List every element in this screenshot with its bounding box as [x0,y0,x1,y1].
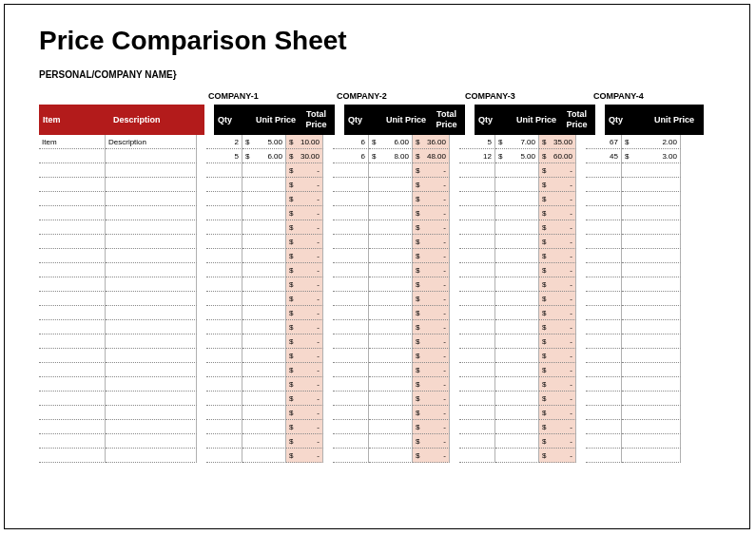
cell-total-3[interactable]: $- [539,249,576,263]
cell-qty-2[interactable]: 6 [333,149,369,163]
cell-total-3[interactable]: $- [539,277,576,292]
cell-qty-1[interactable] [206,292,242,306]
cell-unit-4[interactable] [622,392,681,406]
cell-total-2[interactable]: $- [413,377,450,392]
cell-qty-1[interactable] [206,206,242,220]
cell-unit-4[interactable]: $3.00 [622,149,681,163]
cell-unit-3[interactable] [495,249,539,263]
cell-description[interactable] [106,277,197,292]
cell-description[interactable] [106,178,197,192]
cell-total-2[interactable]: $- [413,420,450,434]
cell-qty-2[interactable] [333,320,369,334]
cell-unit-4[interactable] [622,192,681,206]
cell-total-3[interactable]: $- [539,292,576,306]
cell-qty-3[interactable] [459,192,495,206]
cell-unit-2[interactable] [369,320,413,334]
cell-item[interactable] [39,377,106,392]
cell-item[interactable] [39,249,106,263]
cell-unit-1[interactable] [242,377,286,392]
cell-total-2[interactable]: $- [413,306,450,320]
cell-total-3[interactable]: $- [539,220,576,235]
cell-unit-2[interactable] [369,263,413,277]
cell-unit-4[interactable] [622,349,681,363]
cell-total-2[interactable]: $- [413,206,450,220]
cell-qty-2[interactable] [333,249,369,263]
cell-unit-3[interactable] [495,320,539,334]
cell-qty-4[interactable] [586,392,622,406]
cell-unit-1[interactable] [242,306,286,320]
cell-unit-3[interactable] [495,349,539,363]
cell-item[interactable] [39,277,106,292]
cell-total-3[interactable]: $- [539,434,576,449]
cell-total-2[interactable]: $- [413,178,450,192]
cell-total-2[interactable]: $- [413,334,450,349]
cell-qty-1[interactable] [206,249,242,263]
cell-unit-2[interactable] [369,363,413,377]
cell-unit-2[interactable] [369,406,413,420]
cell-qty-4[interactable] [586,163,622,178]
cell-unit-1[interactable] [242,449,286,463]
cell-qty-4[interactable] [586,206,622,220]
cell-item[interactable] [39,149,106,163]
cell-total-3[interactable]: $- [539,349,576,363]
cell-total-1[interactable]: $30.00 [286,149,323,163]
cell-unit-3[interactable] [495,163,539,178]
cell-unit-1[interactable] [242,277,286,292]
cell-unit-2[interactable] [369,449,413,463]
cell-unit-2[interactable] [369,306,413,320]
cell-qty-2[interactable] [333,349,369,363]
cell-qty-3[interactable] [459,349,495,363]
cell-unit-3[interactable] [495,434,539,449]
cell-total-2[interactable]: $- [413,263,450,277]
cell-description[interactable] [106,292,197,306]
cell-qty-3[interactable] [459,392,495,406]
cell-unit-1[interactable] [242,163,286,178]
cell-total-1[interactable]: $- [286,235,323,249]
cell-unit-3[interactable] [495,420,539,434]
cell-total-3[interactable]: $- [539,163,576,178]
cell-total-1[interactable]: $- [286,206,323,220]
cell-unit-1[interactable] [242,178,286,192]
cell-total-1[interactable]: $- [286,377,323,392]
cell-item[interactable]: Item [39,135,106,149]
cell-description[interactable] [106,420,197,434]
cell-total-1[interactable]: $- [286,406,323,420]
cell-total-2[interactable]: $- [413,277,450,292]
cell-qty-4[interactable] [586,306,622,320]
cell-unit-2[interactable] [369,349,413,363]
cell-total-3[interactable]: $- [539,377,576,392]
cell-qty-1[interactable] [206,320,242,334]
cell-total-1[interactable]: $- [286,220,323,235]
cell-qty-1[interactable] [206,334,242,349]
cell-total-1[interactable]: $- [286,449,323,463]
cell-item[interactable] [39,263,106,277]
company-name-field[interactable]: PERSONAL/COMPANY NAME} [39,69,749,80]
cell-total-3[interactable]: $- [539,178,576,192]
cell-item[interactable] [39,206,106,220]
cell-qty-4[interactable] [586,420,622,434]
cell-unit-3[interactable] [495,449,539,463]
cell-total-2[interactable]: $48.00 [413,149,450,163]
cell-unit-4[interactable] [622,306,681,320]
cell-qty-1[interactable] [206,434,242,449]
cell-unit-2[interactable] [369,277,413,292]
cell-total-1[interactable]: $- [286,263,323,277]
cell-unit-4[interactable] [622,406,681,420]
cell-qty-2[interactable] [333,206,369,220]
cell-unit-1[interactable] [242,206,286,220]
cell-qty-2[interactable] [333,163,369,178]
cell-qty-4[interactable] [586,320,622,334]
cell-unit-3[interactable] [495,334,539,349]
cell-description[interactable] [106,235,197,249]
cell-unit-3[interactable] [495,406,539,420]
cell-unit-4[interactable] [622,249,681,263]
cell-total-1[interactable]: $- [286,320,323,334]
cell-description[interactable]: Description [106,135,197,149]
cell-unit-2[interactable] [369,206,413,220]
cell-description[interactable] [106,406,197,420]
cell-unit-4[interactable] [622,206,681,220]
cell-unit-4[interactable] [622,235,681,249]
cell-qty-1[interactable]: 2 [206,135,242,149]
cell-unit-3[interactable] [495,306,539,320]
cell-unit-2[interactable] [369,420,413,434]
